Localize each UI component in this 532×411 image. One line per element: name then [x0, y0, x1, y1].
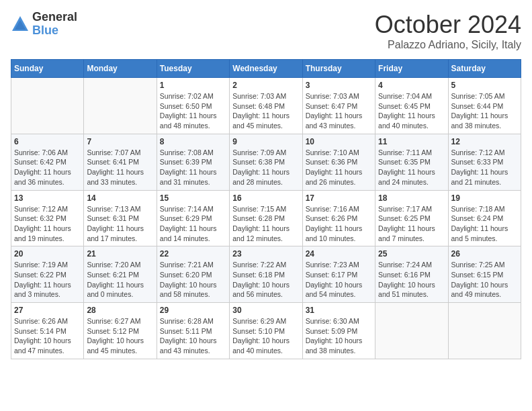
weekday-header: Sunday [11, 60, 84, 78]
day-number: 24 [306, 249, 372, 259]
calendar-cell: 17Sunrise: 7:16 AM Sunset: 6:26 PM Dayli… [302, 190, 375, 246]
calendar-cell: 20Sunrise: 7:19 AM Sunset: 6:22 PM Dayli… [11, 246, 84, 303]
calendar-cell: 5Sunrise: 7:05 AM Sunset: 6:44 PM Daylig… [448, 78, 521, 134]
day-number: 3 [306, 81, 372, 90]
day-info: Sunrise: 6:27 AM Sunset: 5:12 PM Dayligh… [87, 316, 153, 356]
calendar: SundayMondayTuesdayWednesdayThursdayFrid… [11, 59, 521, 359]
day-info: Sunrise: 7:10 AM Sunset: 6:36 PM Dayligh… [306, 148, 372, 187]
calendar-cell [84, 78, 157, 134]
calendar-cell [375, 303, 448, 359]
day-info: Sunrise: 7:22 AM Sunset: 6:18 PM Dayligh… [232, 260, 299, 300]
calendar-body: 1Sunrise: 7:02 AM Sunset: 6:50 PM Daylig… [11, 78, 521, 359]
day-number: 15 [160, 193, 226, 203]
day-number: 14 [87, 193, 153, 203]
day-info: Sunrise: 6:26 AM Sunset: 5:14 PM Dayligh… [14, 316, 81, 356]
calendar-cell: 26Sunrise: 7:25 AM Sunset: 6:15 PM Dayli… [448, 246, 521, 303]
calendar-cell: 14Sunrise: 7:13 AM Sunset: 6:31 PM Dayli… [84, 190, 157, 246]
logo-icon [11, 15, 30, 34]
day-number: 23 [232, 249, 299, 259]
weekday-header: Wednesday [230, 60, 302, 78]
day-number: 12 [451, 137, 518, 146]
calendar-week-row: 6Sunrise: 7:06 AM Sunset: 6:42 PM Daylig… [11, 134, 521, 190]
calendar-cell: 25Sunrise: 7:24 AM Sunset: 6:16 PM Dayli… [375, 246, 448, 303]
day-info: Sunrise: 7:18 AM Sunset: 6:24 PM Dayligh… [451, 204, 518, 244]
calendar-cell: 28Sunrise: 6:27 AM Sunset: 5:12 PM Dayli… [84, 303, 157, 359]
calendar-cell: 4Sunrise: 7:04 AM Sunset: 6:45 PM Daylig… [375, 78, 448, 134]
day-info: Sunrise: 7:09 AM Sunset: 6:38 PM Dayligh… [232, 148, 299, 187]
logo-general: General [32, 11, 77, 24]
calendar-cell: 9Sunrise: 7:09 AM Sunset: 6:38 PM Daylig… [230, 134, 302, 190]
day-info: Sunrise: 7:16 AM Sunset: 6:26 PM Dayligh… [306, 204, 372, 244]
day-info: Sunrise: 6:29 AM Sunset: 5:10 PM Dayligh… [232, 316, 299, 356]
calendar-cell: 12Sunrise: 7:12 AM Sunset: 6:33 PM Dayli… [448, 134, 521, 190]
day-number: 6 [14, 137, 81, 146]
day-number: 8 [160, 137, 226, 146]
day-number: 30 [232, 306, 299, 315]
day-info: Sunrise: 7:07 AM Sunset: 6:41 PM Dayligh… [87, 148, 153, 187]
day-number: 17 [306, 193, 372, 203]
day-number: 28 [87, 306, 153, 315]
day-info: Sunrise: 7:23 AM Sunset: 6:17 PM Dayligh… [306, 260, 372, 300]
page-header: General Blue October 2024 Palazzo Adrian… [11, 11, 521, 51]
calendar-cell: 7Sunrise: 7:07 AM Sunset: 6:41 PM Daylig… [84, 134, 157, 190]
day-info: Sunrise: 7:14 AM Sunset: 6:29 PM Dayligh… [160, 204, 226, 244]
calendar-week-row: 1Sunrise: 7:02 AM Sunset: 6:50 PM Daylig… [11, 78, 521, 134]
calendar-cell: 16Sunrise: 7:15 AM Sunset: 6:28 PM Dayli… [230, 190, 302, 246]
day-number: 16 [232, 193, 299, 203]
day-info: Sunrise: 7:12 AM Sunset: 6:33 PM Dayligh… [451, 148, 518, 187]
day-info: Sunrise: 7:03 AM Sunset: 6:47 PM Dayligh… [306, 91, 372, 131]
weekday-header-row: SundayMondayTuesdayWednesdayThursdayFrid… [11, 60, 521, 78]
day-info: Sunrise: 7:21 AM Sunset: 6:20 PM Dayligh… [160, 260, 226, 300]
weekday-header: Thursday [302, 60, 375, 78]
calendar-week-row: 13Sunrise: 7:12 AM Sunset: 6:32 PM Dayli… [11, 190, 521, 246]
calendar-week-row: 20Sunrise: 7:19 AM Sunset: 6:22 PM Dayli… [11, 246, 521, 303]
calendar-cell: 2Sunrise: 7:03 AM Sunset: 6:48 PM Daylig… [230, 78, 302, 134]
calendar-cell: 27Sunrise: 6:26 AM Sunset: 5:14 PM Dayli… [11, 303, 84, 359]
day-info: Sunrise: 7:19 AM Sunset: 6:22 PM Dayligh… [14, 260, 81, 300]
day-info: Sunrise: 7:11 AM Sunset: 6:35 PM Dayligh… [378, 148, 445, 187]
logo-text: General Blue [32, 11, 77, 38]
weekday-header: Saturday [448, 60, 521, 78]
day-info: Sunrise: 7:15 AM Sunset: 6:28 PM Dayligh… [232, 204, 299, 244]
calendar-cell: 15Sunrise: 7:14 AM Sunset: 6:29 PM Dayli… [157, 190, 229, 246]
title-section: October 2024 Palazzo Adriano, Sicily, It… [375, 11, 521, 51]
day-info: Sunrise: 7:02 AM Sunset: 6:50 PM Dayligh… [160, 91, 226, 131]
calendar-cell: 30Sunrise: 6:29 AM Sunset: 5:10 PM Dayli… [230, 303, 302, 359]
calendar-cell: 29Sunrise: 6:28 AM Sunset: 5:11 PM Dayli… [157, 303, 229, 359]
weekday-header: Monday [84, 60, 157, 78]
day-number: 26 [451, 249, 518, 259]
calendar-cell: 6Sunrise: 7:06 AM Sunset: 6:42 PM Daylig… [11, 134, 84, 190]
day-number: 11 [378, 137, 445, 146]
day-number: 5 [451, 81, 518, 90]
calendar-cell: 22Sunrise: 7:21 AM Sunset: 6:20 PM Dayli… [157, 246, 229, 303]
calendar-cell: 19Sunrise: 7:18 AM Sunset: 6:24 PM Dayli… [448, 190, 521, 246]
day-info: Sunrise: 7:17 AM Sunset: 6:25 PM Dayligh… [378, 204, 445, 244]
logo: General Blue [11, 11, 77, 38]
day-info: Sunrise: 7:08 AM Sunset: 6:39 PM Dayligh… [160, 148, 226, 187]
calendar-cell: 11Sunrise: 7:11 AM Sunset: 6:35 PM Dayli… [375, 134, 448, 190]
day-number: 13 [14, 193, 81, 203]
day-info: Sunrise: 7:03 AM Sunset: 6:48 PM Dayligh… [232, 91, 299, 131]
calendar-cell: 8Sunrise: 7:08 AM Sunset: 6:39 PM Daylig… [157, 134, 229, 190]
calendar-cell: 24Sunrise: 7:23 AM Sunset: 6:17 PM Dayli… [302, 246, 375, 303]
calendar-header: SundayMondayTuesdayWednesdayThursdayFrid… [11, 60, 521, 78]
calendar-cell: 1Sunrise: 7:02 AM Sunset: 6:50 PM Daylig… [157, 78, 229, 134]
day-info: Sunrise: 6:30 AM Sunset: 5:09 PM Dayligh… [306, 316, 372, 356]
day-number: 31 [306, 306, 372, 315]
location: Palazzo Adriano, Sicily, Italy [375, 39, 521, 51]
weekday-header: Friday [375, 60, 448, 78]
day-info: Sunrise: 7:06 AM Sunset: 6:42 PM Dayligh… [14, 148, 81, 187]
day-info: Sunrise: 7:12 AM Sunset: 6:32 PM Dayligh… [14, 204, 81, 244]
day-number: 27 [14, 306, 81, 315]
day-number: 25 [378, 249, 445, 259]
day-number: 1 [160, 81, 226, 90]
day-number: 10 [306, 137, 372, 146]
calendar-cell: 10Sunrise: 7:10 AM Sunset: 6:36 PM Dayli… [302, 134, 375, 190]
calendar-cell: 31Sunrise: 6:30 AM Sunset: 5:09 PM Dayli… [302, 303, 375, 359]
month-title: October 2024 [375, 11, 521, 39]
calendar-cell: 18Sunrise: 7:17 AM Sunset: 6:25 PM Dayli… [375, 190, 448, 246]
logo-blue: Blue [32, 24, 77, 38]
day-info: Sunrise: 6:28 AM Sunset: 5:11 PM Dayligh… [160, 316, 226, 356]
day-number: 20 [14, 249, 81, 259]
day-number: 29 [160, 306, 226, 315]
